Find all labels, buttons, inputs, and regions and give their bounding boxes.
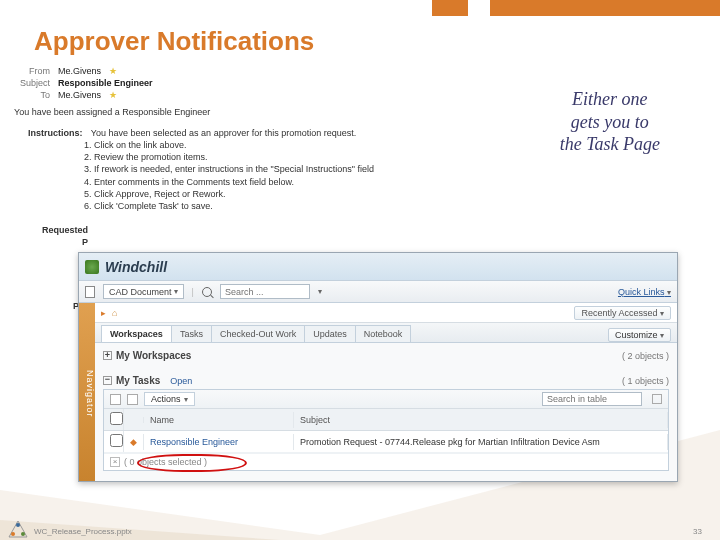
footer-logo xyxy=(8,520,28,538)
from-value: Me.Givens xyxy=(58,66,101,76)
windchill-window: Windchill CAD Document ▾ | ▾ Quick Links… xyxy=(78,252,678,482)
expand-icon[interactable]: ▸ xyxy=(101,308,106,318)
chevron-down-icon: ▾ xyxy=(184,395,188,404)
toolbar-icon[interactable] xyxy=(127,394,138,405)
slide-top-accent xyxy=(0,0,720,16)
section-title: My Workspaces xyxy=(116,350,191,361)
h-label: H xyxy=(10,289,88,299)
tab-notebook[interactable]: Notebook xyxy=(355,325,412,342)
customize-dropdown[interactable]: Customize ▾ xyxy=(608,328,671,342)
selected-count: ( 0 objects selected ) xyxy=(124,457,207,467)
table-search-input[interactable] xyxy=(542,392,642,406)
table-toolbar: Actions ▾ xyxy=(104,390,668,409)
svg-point-4 xyxy=(21,532,25,536)
tool-icon[interactable] xyxy=(652,394,662,404)
navigator-sidebar[interactable]: Navigator xyxy=(79,303,95,481)
task-name-link[interactable]: Responsible Engineer xyxy=(150,437,238,447)
chevron-down-icon: ▾ xyxy=(667,288,671,297)
chevron-down-icon: ▾ xyxy=(660,309,664,318)
instructions-label: Instructions: xyxy=(28,127,83,139)
column-name[interactable]: Name xyxy=(144,412,294,428)
toolbar-icon[interactable] xyxy=(110,394,121,405)
home-icon[interactable]: ⌂ xyxy=(112,308,117,318)
column-subject[interactable]: Subject xyxy=(294,412,668,428)
tasks-table: Actions ▾ Name Subject ◆ xyxy=(103,389,669,471)
section-title: My Tasks xyxy=(116,375,160,386)
chevron-down-icon[interactable]: ▾ xyxy=(318,287,322,296)
p-label: P xyxy=(10,237,88,247)
my-tasks-section: − My Tasks Open ( 1 objects ) Actions ▾ xyxy=(95,368,677,475)
instruction-item: 5. Click Approve, Reject or Rework. xyxy=(84,188,720,200)
collapse-icon[interactable]: − xyxy=(103,376,112,385)
table-header: Name Subject xyxy=(104,409,668,431)
app-name: Windchill xyxy=(105,259,167,275)
windchill-toolbar: CAD Document ▾ | ▾ Quick Links ▾ xyxy=(79,281,677,303)
tab-updates[interactable]: Updates xyxy=(304,325,356,342)
table-row[interactable]: ◆ Responsible Engineer Promotion Request… xyxy=(104,431,668,453)
annotation-callout: Either one gets you to the Task Page xyxy=(560,88,660,156)
footer-page: 33 xyxy=(693,527,702,536)
quick-links[interactable]: Quick Links ▾ xyxy=(618,287,671,297)
subject-value: Responsible Engineer xyxy=(58,78,153,88)
select-all-checkbox[interactable] xyxy=(110,412,123,425)
search-icon xyxy=(202,287,212,297)
requested-label: Requested xyxy=(10,225,88,235)
close-icon[interactable]: × xyxy=(110,457,120,467)
tab-checkedout[interactable]: Checked-Out Work xyxy=(211,325,305,342)
star-icon: ★ xyxy=(109,66,117,76)
tab-workspaces[interactable]: Workspaces xyxy=(101,325,172,342)
svg-point-5 xyxy=(16,523,20,527)
row-checkbox[interactable] xyxy=(110,434,123,447)
windchill-titlebar: Windchill xyxy=(79,253,677,281)
to-label: To xyxy=(14,90,50,100)
footer-filename: WC_Release_Process.pptx xyxy=(34,527,132,536)
icon-column xyxy=(124,417,144,423)
table-footer: × ( 0 objects selected ) xyxy=(104,453,668,470)
instruction-item: 6. Click 'Complete Task' to save. xyxy=(84,200,720,212)
doc-type-dropdown[interactable]: CAD Document ▾ xyxy=(103,284,184,299)
open-link[interactable]: Open xyxy=(170,376,192,386)
chevron-down-icon: ▾ xyxy=(660,331,664,340)
tab-tasks[interactable]: Tasks xyxy=(171,325,212,342)
task-icon: ◆ xyxy=(124,434,144,450)
breadcrumb-bar: ▸ ⌂ Recently Accessed ▾ xyxy=(95,303,677,323)
object-count: ( 1 objects ) xyxy=(622,376,669,386)
svg-point-3 xyxy=(11,532,15,536)
slide-title: Approver Notifications xyxy=(0,16,720,65)
object-count: ( 2 objects ) xyxy=(622,351,669,361)
expand-icon[interactable]: + xyxy=(103,351,112,360)
tab-bar: Workspaces Tasks Checked-Out Work Update… xyxy=(95,323,677,343)
chevron-down-icon: ▾ xyxy=(174,287,178,296)
task-subject: Promotion Request - 07744.Release pkg fo… xyxy=(294,434,668,450)
doc-icon xyxy=(85,286,95,298)
app-icon xyxy=(85,260,99,274)
to-value: Me.Givens xyxy=(58,90,101,100)
pro-label: Pro xyxy=(10,301,88,311)
instruction-item: 4. Enter comments in the Comments text f… xyxy=(84,176,720,188)
from-label: From xyxy=(14,66,50,76)
star-icon: ★ xyxy=(109,90,117,100)
subject-label: Subject xyxy=(14,78,50,88)
instruction-item: 3. If rework is needed, enter instructio… xyxy=(84,163,720,175)
my-workspaces-section: + My Workspaces ( 2 objects ) xyxy=(95,343,677,368)
recently-accessed-dropdown[interactable]: Recently Accessed ▾ xyxy=(574,306,671,320)
actions-dropdown[interactable]: Actions ▾ xyxy=(144,392,195,406)
instructions-intro: You have been selected as an approver fo… xyxy=(91,128,356,138)
global-search-input[interactable] xyxy=(220,284,310,299)
